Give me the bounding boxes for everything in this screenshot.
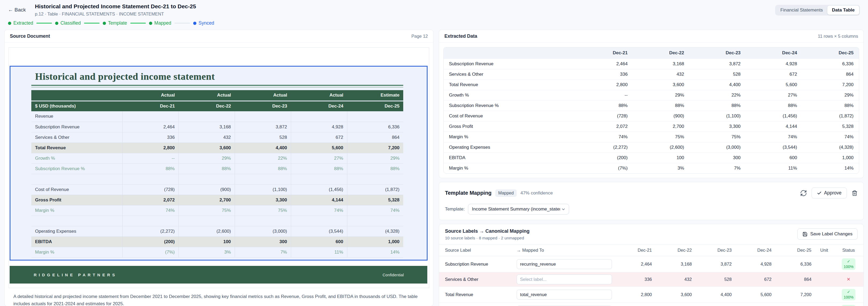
- mapping-col-header: Dec-21: [615, 244, 655, 256]
- source-cell: [347, 111, 403, 122]
- extracted-corner-cell: [444, 47, 577, 59]
- extracted-panel-header: Extracted Data 11 rows × 5 columns: [439, 30, 864, 43]
- tab-data-table[interactable]: Data Table: [827, 6, 859, 15]
- source-col-header: Dec-24: [291, 101, 347, 111]
- pipeline-dot-icon: [8, 22, 11, 25]
- source-cell: 864: [347, 132, 403, 143]
- approve-button[interactable]: Approve: [811, 187, 847, 198]
- confidence-pct: 100%: [844, 264, 854, 270]
- source-cell: [347, 216, 403, 226]
- pipeline-dot-icon: [193, 22, 196, 25]
- extracted-cell: (1,872): [802, 111, 859, 121]
- pipeline-step-label: Extracted: [13, 20, 33, 26]
- source-labels-subtitle: 10 source labels · 8 mapped · 2 unmapped: [445, 236, 529, 241]
- source-cell: 27%: [291, 153, 347, 163]
- mapping-table-row: Services & Other336432528672864✕: [439, 272, 864, 287]
- source-table-body: RevenueSubscription Revenue2,4643,1683,8…: [31, 111, 403, 257]
- mapping-value-cell: 336: [615, 272, 655, 287]
- mapping-value-cell: 2,464: [615, 256, 655, 272]
- source-panel-title: Source Document: [10, 33, 50, 39]
- source-table-row: [31, 174, 403, 184]
- extracted-table-body: Subscription Revenue2,4643,1683,8724,928…: [444, 59, 859, 174]
- extracted-cell: (728): [577, 111, 633, 121]
- view-tabs: Financial Statements Data Table: [775, 5, 860, 16]
- back-button[interactable]: ← Back: [8, 7, 26, 13]
- source-cell: [179, 174, 235, 184]
- source-row-label: Gross Profit: [31, 195, 123, 205]
- extracted-row-label: Margin %: [444, 163, 577, 174]
- source-cell: [235, 111, 291, 122]
- extracted-table-row: Subscription Revenue %88%88%88%88%88%: [444, 100, 859, 111]
- check-icon: [817, 191, 822, 195]
- source-cell: 4,928: [291, 122, 347, 132]
- save-label-changes-button[interactable]: Save Label Changes: [797, 228, 858, 240]
- mapping-unit-cell: [815, 303, 834, 306]
- source-table-row: Operating Expenses(2,272)(2,600)(3,000)(…: [31, 226, 403, 237]
- check-icon: ✓: [847, 289, 850, 295]
- source-cell: (4,328): [347, 226, 403, 237]
- extracted-col-header: Dec-24: [746, 47, 802, 59]
- extracted-cell: 2,072: [577, 121, 633, 132]
- extracted-cell: (2,600): [633, 142, 689, 153]
- source-cell: [179, 111, 235, 122]
- source-table-row: Gross Profit2,0722,7003,3004,1445,328: [31, 195, 403, 205]
- source-cell: 336: [123, 132, 179, 143]
- source-type-header: Estimate: [347, 90, 403, 101]
- extracted-table-row: Total Revenue2,8003,6004,4005,6007,200: [444, 80, 859, 90]
- extracted-cell: 100: [633, 153, 689, 163]
- source-cell: 5,600: [291, 143, 347, 153]
- source-cell: 7,200: [347, 143, 403, 153]
- source-cell: (200): [123, 237, 179, 247]
- source-cell: 432: [179, 132, 235, 143]
- source-table-row: Subscription Revenue %88%88%88%88%88%: [31, 163, 403, 174]
- source-type-row: ActualActualActualActualEstimate: [31, 90, 403, 101]
- extracted-cell: (1,456): [746, 111, 802, 121]
- table-region-selection[interactable]: Historical and projected income statemen…: [10, 66, 428, 261]
- extracted-cell: 75%: [633, 132, 689, 142]
- source-table-row: Growth %--29%22%27%29%: [31, 153, 403, 163]
- tab-financial-statements[interactable]: Financial Statements: [776, 6, 828, 15]
- mapping-value-cell: 3,168: [655, 256, 695, 272]
- heading-rule-thin: [31, 87, 403, 88]
- pipeline-step-classified: Classified: [55, 20, 81, 26]
- mapping-table-row: Total Revenue2,8003,6004,4005,6007,200✓1…: [439, 287, 864, 303]
- extracted-cell: 432: [633, 69, 689, 80]
- extracted-row-label: Subscription Revenue %: [444, 100, 577, 111]
- source-cell: 3,872: [235, 122, 291, 132]
- source-cell: [123, 174, 179, 184]
- refresh-button[interactable]: [800, 190, 807, 196]
- source-cell: 600: [291, 237, 347, 247]
- source-cell: 672: [291, 132, 347, 143]
- mapping-value-cell: 864: [775, 272, 814, 287]
- extracted-cell: (1,100): [689, 111, 746, 121]
- mapping-unit-cell: [815, 272, 834, 287]
- source-col-header: Dec-22: [179, 101, 235, 111]
- mapped-to-input[interactable]: [517, 274, 612, 284]
- source-cell: 22%: [235, 153, 291, 163]
- source-row-label: Total Revenue: [31, 143, 123, 153]
- confidence-pct: 100%: [844, 295, 854, 300]
- check-icon: ✓: [847, 259, 850, 264]
- mapping-value-cell: 6,336: [775, 256, 814, 272]
- extracted-table-row: EBITDA(200)1003006001,000: [444, 153, 859, 163]
- x-icon: ✕: [846, 277, 850, 282]
- source-row-label: Subscription Revenue %: [31, 163, 123, 174]
- template-label: Template:: [445, 207, 465, 212]
- mapped-to-input[interactable]: [517, 290, 612, 300]
- delete-button[interactable]: [852, 190, 858, 196]
- mapping-input-cell: [514, 272, 615, 287]
- mapped-to-input[interactable]: [517, 259, 612, 269]
- source-cell: 6,336: [347, 122, 403, 132]
- mapping-unit-cell: [815, 287, 834, 303]
- source-panel-header: Source Document Page 12: [4, 30, 433, 43]
- mapping-value-cell: 22%: [695, 303, 735, 306]
- mapping-value-cell: 3,600: [655, 287, 695, 303]
- template-select[interactable]: Income Statement Summary (income_stateme: [468, 204, 569, 215]
- template-mapping-title: Template Mapping: [445, 190, 492, 196]
- document-description: A detailed historical and projected inco…: [8, 288, 429, 306]
- source-cell: (3,544): [291, 226, 347, 237]
- source-cell: 88%: [123, 163, 179, 174]
- extracted-table-row: Operating Expenses(2,272)(2,600)(3,000)(…: [444, 142, 859, 153]
- source-cell: [291, 174, 347, 184]
- mapping-value-cell: 3,872: [695, 256, 735, 272]
